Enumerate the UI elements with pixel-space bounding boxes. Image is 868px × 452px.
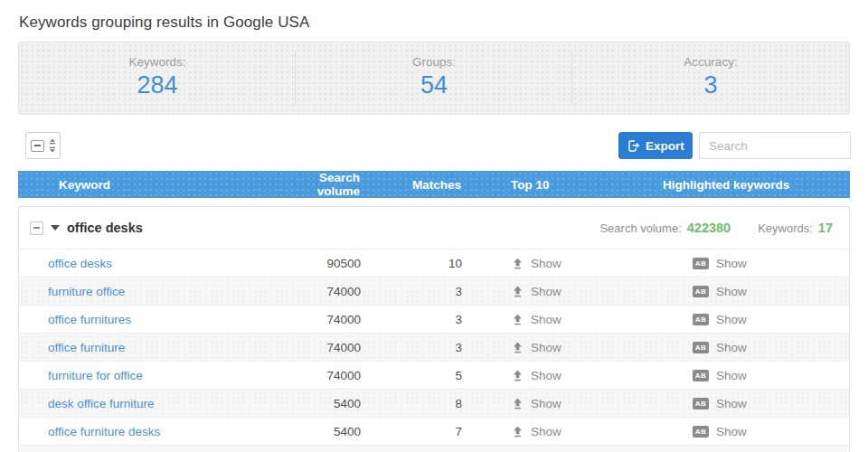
column-header-matches[interactable]: Matches	[360, 178, 461, 192]
stat-groups: Groups: 54	[296, 42, 572, 114]
stat-keywords-label: Keywords:	[19, 55, 296, 69]
group-name: office desks	[67, 221, 143, 235]
highlighted-ab-icon: AB	[693, 286, 709, 297]
column-header-highlighted-keywords[interactable]: Highlighted keywords	[642, 178, 850, 192]
highlighted-ab-icon: AB	[693, 258, 709, 269]
stat-keywords: Keywords: 284	[19, 42, 296, 114]
top10-show-label: Show	[531, 425, 561, 438]
column-header-search-volume[interactable]: Search volume	[298, 171, 360, 198]
top10-show-label: Show	[531, 397, 561, 410]
table-row: office furnitures 74000 3 Show AB Show	[19, 305, 849, 333]
search-volume-value: 5400	[299, 425, 361, 438]
matches-value: 3	[361, 313, 462, 326]
stat-keywords-value: 284	[19, 71, 296, 99]
top10-show-link[interactable]: Show	[462, 397, 643, 410]
search-input[interactable]	[699, 132, 851, 159]
export-icon	[627, 139, 640, 153]
keyword-link[interactable]: desk office furniture	[19, 397, 299, 410]
highlighted-show-link[interactable]: AB Show	[643, 425, 849, 438]
top10-show-link[interactable]: Show	[462, 285, 643, 298]
top10-show-link[interactable]: Show	[462, 341, 643, 354]
highlighted-show-label: Show	[716, 369, 747, 382]
highlighted-ab-icon: AB	[693, 370, 709, 381]
column-header-top10[interactable]: Top 10	[461, 178, 642, 192]
collapse-all-control[interactable]	[25, 132, 61, 159]
export-button-label: Export	[646, 139, 684, 153]
chevron-down-icon[interactable]	[51, 225, 60, 231]
highlighted-show-label: Show	[716, 285, 747, 298]
matches-value: 7	[361, 425, 462, 438]
table-row: furniture office 74000 3 Show AB Show	[19, 277, 849, 305]
group-collapse-icon[interactable]	[30, 221, 43, 235]
top10-show-link[interactable]: Show	[462, 369, 643, 382]
highlighted-show-link[interactable]: AB Show	[643, 313, 849, 326]
keyword-link[interactable]: furniture office	[19, 285, 299, 298]
stat-accuracy-value: 3	[572, 71, 849, 99]
top10-show-label: Show	[531, 369, 561, 382]
search-volume-value: 74000	[299, 285, 361, 298]
highlighted-ab-icon: AB	[693, 398, 709, 410]
highlighted-show-link[interactable]: AB Show	[643, 369, 849, 382]
top10-arrow-icon	[512, 370, 524, 381]
search-volume-value: 74000	[299, 313, 361, 326]
table-header: Keyword Search volume Matches Top 10 Hig…	[18, 171, 850, 198]
page-title: Keywords grouping results in Google USA	[19, 14, 309, 32]
keyword-link[interactable]: furniture for office	[19, 369, 299, 382]
highlighted-show-label: Show	[716, 341, 747, 354]
highlighted-ab-icon: AB	[693, 314, 709, 325]
matches-value: 8	[361, 397, 462, 410]
column-header-keyword[interactable]: Keyword	[18, 178, 298, 192]
keyword-link[interactable]: office desks	[19, 257, 299, 270]
search-volume-value: 74000	[299, 369, 361, 382]
top10-show-label: Show	[531, 341, 561, 354]
top10-arrow-icon	[512, 398, 524, 410]
top10-show-label: Show	[531, 285, 561, 298]
highlighted-show-link[interactable]: AB Show	[643, 257, 849, 270]
group-search-volume-value: 422380	[687, 221, 731, 235]
search-volume-value: 90500	[299, 257, 361, 270]
table-row: office furniture 74000 3 Show AB Show	[19, 333, 849, 361]
top10-arrow-icon	[512, 258, 524, 269]
table-row: office furniture desks 5400 7 Show AB Sh…	[19, 417, 849, 445]
stat-groups-value: 54	[296, 71, 572, 99]
top10-arrow-icon	[512, 314, 524, 325]
stat-accuracy: Accuracy: 3	[572, 42, 849, 114]
highlighted-ab-icon: AB	[693, 342, 709, 353]
export-button[interactable]: Export	[618, 132, 693, 159]
matches-value: 10	[361, 257, 462, 270]
stat-accuracy-label: Accuracy:	[572, 55, 849, 69]
search-volume-value: 74000	[299, 341, 361, 354]
stat-groups-label: Groups:	[296, 55, 572, 69]
top10-show-link[interactable]: Show	[462, 425, 643, 438]
highlighted-show-label: Show	[716, 257, 747, 270]
top10-show-label: Show	[531, 313, 561, 326]
table-row: furniture for office 74000 5 Show AB Sho…	[19, 361, 849, 389]
highlighted-show-label: Show	[716, 313, 747, 326]
top10-show-link[interactable]: Show	[462, 257, 643, 270]
group-header: office desks Search volume: 422380 Keywo…	[19, 207, 849, 249]
matches-value: 3	[361, 285, 462, 298]
top10-show-link[interactable]: Show	[462, 313, 643, 326]
group-keywords-count: 17	[818, 221, 833, 235]
table-row: office desks 90500 10 Show AB Show	[19, 249, 849, 277]
expand-collapse-arrows-icon	[49, 138, 56, 153]
highlighted-show-link[interactable]: AB Show	[643, 285, 849, 298]
search-volume-value: 5400	[299, 397, 361, 410]
matches-value: 5	[361, 369, 462, 382]
highlighted-show-label: Show	[716, 425, 747, 438]
highlighted-show-link[interactable]: AB Show	[643, 341, 849, 354]
top10-show-label: Show	[531, 257, 561, 270]
keyword-link[interactable]: office furniture desks	[19, 425, 299, 438]
highlighted-show-link[interactable]: AB Show	[643, 397, 849, 410]
top10-arrow-icon	[512, 342, 524, 353]
keyword-link[interactable]: office furnitures	[19, 313, 299, 326]
highlighted-show-label: Show	[716, 397, 747, 410]
group-search-volume-label: Search volume:	[599, 221, 681, 235]
group-card: office desks Search volume: 422380 Keywo…	[18, 206, 850, 452]
top10-arrow-icon	[512, 426, 524, 438]
group-keywords-label: Keywords:	[758, 221, 813, 235]
table-row: desk office furniture 5400 8 Show AB Sho…	[19, 389, 849, 417]
keyword-link[interactable]: office furniture	[19, 341, 299, 354]
table-row-partial	[19, 445, 849, 452]
group-meta: Search volume: 422380 Keywords: 17	[599, 221, 833, 235]
